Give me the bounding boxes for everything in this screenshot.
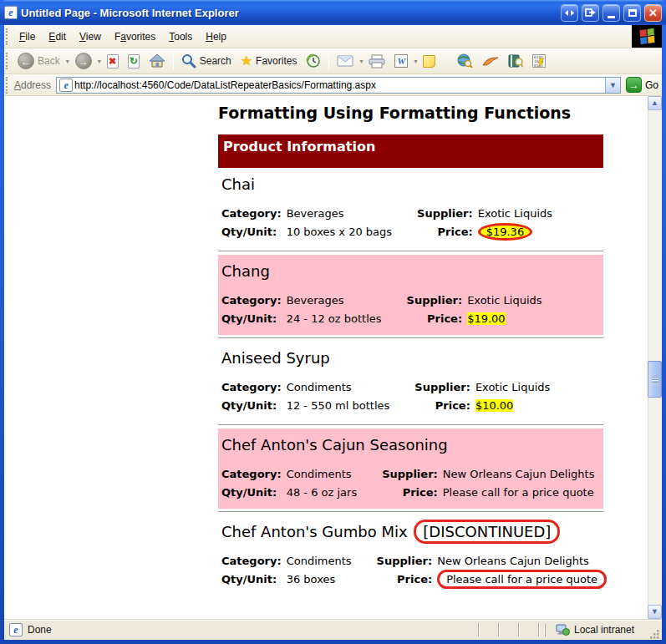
export-button[interactable] xyxy=(582,4,599,22)
qty-label: Qty/Unit: xyxy=(221,397,287,415)
scroll-track[interactable] xyxy=(648,110,662,605)
item-separator xyxy=(218,424,603,426)
browser-viewport: Formatting Using Formatting Functions Pr… xyxy=(4,96,662,619)
toolbar-separator xyxy=(173,52,174,70)
messenger-button[interactable] xyxy=(478,53,503,69)
refresh-icon: ↻ xyxy=(128,54,140,68)
favorites-star-icon: ★ xyxy=(241,54,252,68)
price-circled: Please call for a price quote xyxy=(437,570,607,589)
ie-logo-icon: e xyxy=(4,6,18,19)
address-bar: Address e ▼ → Go xyxy=(4,74,662,96)
security-zone-pane: Local intranet xyxy=(545,624,643,636)
menu-file[interactable]: File xyxy=(13,27,42,47)
category-label: Category: xyxy=(221,292,287,310)
qty-value: 24 - 12 oz bottles xyxy=(287,310,407,328)
book-search-icon xyxy=(508,54,523,68)
category-value: Condiments xyxy=(287,465,383,484)
stop-button[interactable]: ✖ xyxy=(103,52,123,71)
scroll-down-button[interactable]: ▼ xyxy=(648,605,662,619)
menu-grip-handle[interactable] xyxy=(6,28,9,45)
address-grip-handle[interactable] xyxy=(6,77,9,94)
discuss-button[interactable] xyxy=(419,53,440,70)
mail-button[interactable] xyxy=(333,53,358,69)
product-details-table: Category: Condiments Supplier: New Orlea… xyxy=(221,465,594,502)
toolbar-separator xyxy=(328,52,329,70)
menu-edit[interactable]: Edit xyxy=(42,27,73,47)
address-dropdown-button[interactable]: ▼ xyxy=(605,78,620,93)
resize-grip[interactable] xyxy=(649,629,660,640)
item-separator xyxy=(218,511,603,513)
category-value: Condiments xyxy=(287,378,415,397)
toolbar-grip-handle[interactable] xyxy=(6,53,9,69)
page-icon: e xyxy=(59,79,73,92)
go-button[interactable]: → Go xyxy=(626,77,658,93)
word-icon: W xyxy=(394,54,408,68)
stop-icon: ✖ xyxy=(107,54,119,68)
search-button[interactable]: Search xyxy=(177,51,236,71)
price-label: Price: xyxy=(377,570,438,589)
category-label: Category: xyxy=(221,465,287,484)
edit-with-word-button[interactable]: W xyxy=(390,52,412,70)
status-pane-separator xyxy=(478,623,480,636)
qty-label: Qty/Unit: xyxy=(221,484,287,502)
price-highlight: $10.00 xyxy=(475,399,514,412)
mail-dropdown-caret[interactable]: ▾ xyxy=(358,56,364,67)
home-button[interactable] xyxy=(145,51,170,71)
web-page: Formatting Using Formatting Functions Pr… xyxy=(218,104,603,596)
supplier-value: Exotic Liquids xyxy=(467,292,541,310)
price-value: $19.00 xyxy=(467,310,541,328)
print-button[interactable] xyxy=(364,52,389,71)
category-value: Beverages xyxy=(287,292,407,310)
product-name: Chang xyxy=(221,255,603,292)
mail-icon xyxy=(337,55,353,67)
category-label: Category: xyxy=(221,205,287,223)
menu-help[interactable]: Help xyxy=(199,27,233,47)
address-label: Address xyxy=(14,79,51,91)
forward-button[interactable]: → xyxy=(71,50,96,72)
status-pane-separator xyxy=(538,623,540,636)
minimize-icon xyxy=(608,16,615,18)
status-bar: e Done Local intranet xyxy=(4,619,662,640)
address-field: e ▼ xyxy=(56,77,621,94)
arrows-button[interactable] xyxy=(561,4,578,22)
back-button[interactable]: ← Back xyxy=(13,50,64,72)
title-bar[interactable]: e Untitled Page - Microsoft Internet Exp… xyxy=(0,0,666,25)
script-debug-button[interactable]: 0101 1010 0101 xyxy=(528,52,550,70)
menu-tools[interactable]: Tools xyxy=(162,27,199,47)
scroll-up-button[interactable]: ▲ xyxy=(648,96,662,110)
research-web-button[interactable] xyxy=(453,51,477,71)
url-input[interactable] xyxy=(73,79,605,91)
home-icon xyxy=(149,53,165,68)
research-book-button[interactable] xyxy=(504,52,527,70)
maximize-icon xyxy=(628,9,637,17)
category-value: Beverages xyxy=(287,205,417,223)
price-highlight: $19.00 xyxy=(467,312,506,325)
refresh-button[interactable]: ↻ xyxy=(124,52,144,71)
forward-dropdown-caret[interactable]: ▾ xyxy=(97,56,102,67)
back-dropdown-caret[interactable]: ▾ xyxy=(65,56,70,67)
qty-value: 48 - 6 oz jars xyxy=(287,484,383,502)
globe-search-icon xyxy=(457,53,473,68)
menu-favorites[interactable]: Favorites xyxy=(108,27,162,47)
scroll-thumb[interactable] xyxy=(648,361,662,398)
note-icon xyxy=(423,55,435,68)
product-details-table: Category: Condiments Supplier: New Orlea… xyxy=(221,552,607,589)
supplier-label: Supplier: xyxy=(382,465,443,484)
supplier-label: Supplier: xyxy=(417,205,478,223)
qty-value: 12 - 550 ml bottles xyxy=(287,397,415,415)
product-details-table: Category: Beverages Supplier: Exotic Liq… xyxy=(221,205,552,241)
maximize-button[interactable] xyxy=(623,4,641,22)
product-name: Chai xyxy=(221,168,603,205)
vertical-scrollbar[interactable]: ▲ ▼ xyxy=(648,96,662,619)
status-left-pane: e Done xyxy=(9,623,460,636)
close-button[interactable]: ✕ xyxy=(644,4,662,22)
local-intranet-icon xyxy=(556,624,570,636)
favorites-button[interactable]: ★ Favorites xyxy=(236,52,302,70)
history-button[interactable] xyxy=(302,51,325,71)
product-item-cajun-seasoning: Chef Anton's Cajun Seasoning Category: C… xyxy=(218,428,603,509)
menu-view[interactable]: View xyxy=(73,27,108,47)
edit-dropdown-caret[interactable]: ▾ xyxy=(413,56,418,67)
minimize-button[interactable] xyxy=(602,4,620,22)
price-label: Price: xyxy=(414,397,475,415)
windows-logo-icon xyxy=(639,28,654,44)
